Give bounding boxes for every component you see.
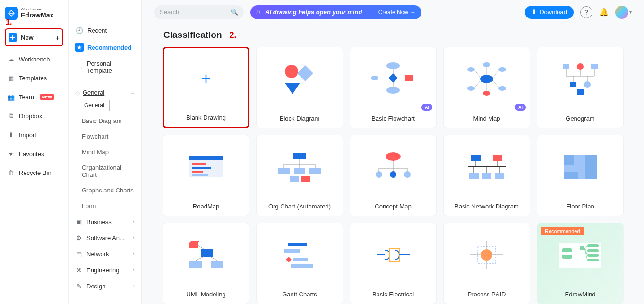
help-button[interactable]: ? — [580, 6, 592, 18]
design-icon: ✎ — [75, 282, 83, 290]
nav-team-label: Team — [19, 94, 34, 101]
nav-new[interactable]: New + — [5, 28, 63, 46]
cat-business[interactable]: ▣ Business › — [69, 214, 141, 230]
svg-rect-49 — [278, 168, 290, 174]
card-label: Genogram — [537, 110, 623, 128]
card-label: Concept Map — [350, 198, 436, 216]
nav-workbench-label: Workbench — [19, 56, 50, 63]
card-edrawmind[interactable]: Recommended EdrawMind — [537, 223, 624, 304]
search-input[interactable]: Search 🔍 — [154, 5, 244, 19]
card-label: Process P&ID — [444, 286, 530, 304]
card-floor-plan[interactable]: Floor Plan — [537, 135, 624, 216]
download-icon: ⬇ — [532, 9, 537, 16]
flowchart-preview — [350, 47, 436, 110]
svg-rect-40 — [192, 167, 211, 169]
card-network-diagram[interactable]: Basic Network Diagram — [443, 135, 530, 216]
user-menu[interactable]: ▾ — [615, 6, 632, 19]
team-icon: 👥 — [7, 93, 15, 101]
card-roadmap[interactable]: RoadMap — [163, 135, 249, 216]
nav-favorites-label: Favorites — [19, 150, 44, 157]
svg-point-18 — [483, 91, 490, 96]
tooltip-general: General — [79, 100, 110, 111]
sec-recommended[interactable]: ★ Recommended — [69, 39, 141, 56]
dropbox-icon: ⧉ — [7, 112, 15, 120]
clock-icon: 🕘 — [75, 26, 84, 35]
card-basic-flowchart[interactable]: AI Basic Flowchart — [350, 47, 437, 128]
sub-graphs[interactable]: Graphs and Charts — [69, 182, 141, 198]
download-label: Download — [540, 9, 567, 16]
card-gantt[interactable]: Gantt Charts — [256, 223, 343, 304]
nav-import[interactable]: ⬇ Import — [4, 127, 64, 143]
svg-point-13 — [467, 67, 475, 72]
svg-point-62 — [390, 171, 396, 178]
badge-new: NEW — [40, 94, 54, 100]
cat-engineering[interactable]: ⚒ Engineering › — [69, 262, 141, 278]
card-block-diagram[interactable]: Block Diagram — [256, 47, 343, 128]
trash-icon: 🗑 — [7, 168, 15, 177]
svg-point-15 — [498, 67, 506, 72]
ai-banner[interactable]: // AI drawing helps open your mind Creat… — [250, 5, 421, 19]
svg-rect-86 — [284, 249, 300, 253]
card-label: Basic Flowchart — [350, 110, 436, 128]
sec-personal[interactable]: ▭ Personal Template — [69, 56, 141, 78]
annotation-2: 2. — [230, 30, 237, 40]
sub-org-chart[interactable]: Organizational Chart — [69, 160, 141, 182]
cat-design[interactable]: ✎ Design › — [69, 278, 141, 294]
svg-point-3 — [386, 62, 400, 69]
card-concept-map[interactable]: Concept Map — [350, 135, 437, 216]
nav-recycle-label: Recycle Bin — [19, 169, 52, 176]
card-uml[interactable]: UML Modeling — [163, 223, 249, 304]
sec-recent[interactable]: 🕘 Recent — [69, 22, 141, 39]
primary-sidebar: Wondershare EdrawMax 1. New + ☁ Workbenc… — [0, 0, 69, 304]
nav-workbench[interactable]: ☁ Workbench — [4, 51, 64, 67]
svg-rect-53 — [301, 176, 310, 182]
sub-basic-diagram[interactable]: Basic Diagram — [69, 113, 141, 129]
nav-new-label: New — [21, 34, 34, 41]
svg-point-0 — [285, 65, 298, 78]
svg-point-61 — [376, 171, 382, 178]
nav-favorites[interactable]: ♥ Favorites — [4, 146, 64, 162]
svg-line-82 — [198, 245, 204, 249]
chevron-down-icon: ⌄ — [130, 89, 135, 96]
download-button[interactable]: ⬇ Download — [525, 6, 574, 19]
card-process-pid[interactable]: Process P&ID — [443, 223, 530, 304]
tag-icon: ◇ — [75, 89, 80, 96]
avatar — [615, 6, 628, 19]
card-label: RoadMap — [163, 198, 249, 216]
svg-rect-41 — [192, 171, 203, 173]
star-icon: ★ — [75, 43, 84, 52]
sub-mind-map[interactable]: Mind Map — [69, 144, 141, 160]
card-org-chart[interactable]: Org Chart (Automated) — [256, 135, 343, 216]
card-blank-drawing[interactable]: + Blank Drawing — [163, 47, 249, 128]
sub-form[interactable]: Form — [69, 198, 141, 214]
svg-rect-51 — [309, 168, 321, 174]
nav-templates[interactable]: ▦ Templates — [4, 70, 64, 86]
uml-preview — [163, 223, 249, 286]
topbar: Search 🔍 // AI drawing helps open your m… — [154, 5, 632, 19]
nav-recycle[interactable]: 🗑 Recycle Bin — [4, 165, 64, 181]
card-label: Basic Network Diagram — [444, 198, 530, 216]
cat-network-label: Network — [86, 251, 109, 258]
cat-network[interactable]: ▤ Network › — [69, 246, 141, 262]
cat-software[interactable]: ⚙ Software An... › — [69, 230, 141, 246]
nav-team[interactable]: 👥 Team NEW — [4, 89, 64, 105]
svg-rect-103 — [587, 249, 599, 252]
software-icon: ⚙ — [75, 234, 83, 242]
svg-rect-104 — [587, 254, 599, 257]
card-mind-map[interactable]: AI Mind Map — [443, 47, 530, 128]
create-now-button[interactable]: Create Now → — [378, 9, 416, 16]
cat-general[interactable]: ◇ General ⌄ — [69, 84, 141, 99]
svg-point-12 — [480, 75, 493, 83]
svg-rect-34 — [570, 82, 576, 87]
cat-design-label: Design — [86, 283, 105, 290]
nav-dropbox[interactable]: ⧉ Dropbox — [4, 108, 64, 124]
notifications-button[interactable]: 🔔 — [599, 8, 609, 17]
cat-engineering-label: Engineering — [86, 267, 119, 274]
ai-banner-text: AI drawing helps open your mind — [265, 9, 362, 16]
edrawmind-preview — [537, 223, 623, 286]
card-label: Blank Drawing — [164, 109, 248, 127]
card-electrical[interactable]: Basic Electrical — [350, 223, 437, 304]
svg-line-20 — [475, 81, 480, 87]
sub-flowchart[interactable]: Flowchart — [69, 129, 141, 144]
card-genogram[interactable]: Genogram — [537, 47, 624, 128]
